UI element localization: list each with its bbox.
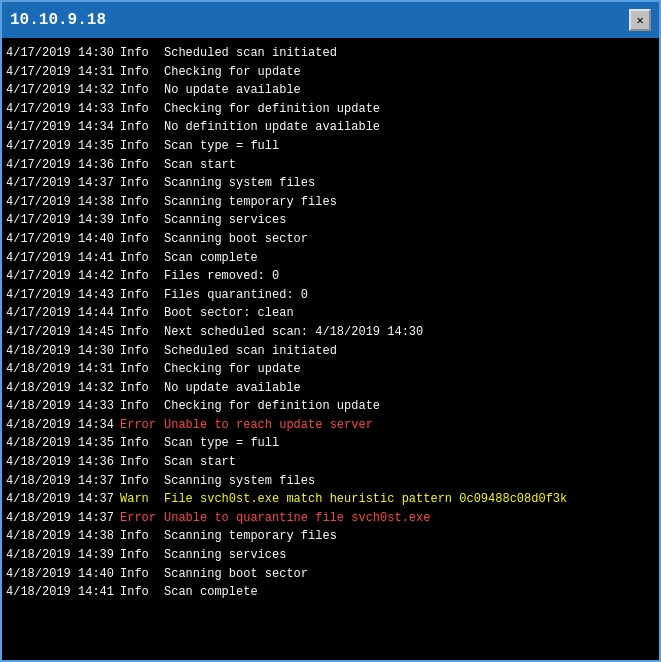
log-date: 4/17/2019 14:44 <box>6 304 116 323</box>
log-message: Scan type = full <box>160 137 279 156</box>
log-date: 4/18/2019 14:37 <box>6 490 116 509</box>
log-date: 4/18/2019 14:37 <box>6 472 116 491</box>
log-date: 4/17/2019 14:37 <box>6 174 116 193</box>
log-message: File svch0st.exe match heuristic pattern… <box>160 490 567 509</box>
log-container[interactable]: 4/17/2019 14:30InfoScheduled scan initia… <box>2 38 659 660</box>
log-date: 4/17/2019 14:31 <box>6 63 116 82</box>
log-date: 4/18/2019 14:32 <box>6 379 116 398</box>
log-date: 4/18/2019 14:41 <box>6 583 116 602</box>
log-level: Info <box>116 267 160 286</box>
log-message: No update available <box>160 379 301 398</box>
log-line: 4/17/2019 14:44InfoBoot sector: clean <box>6 304 655 323</box>
log-message: Checking for update <box>160 63 301 82</box>
log-level: Info <box>116 304 160 323</box>
log-date: 4/17/2019 14:32 <box>6 81 116 100</box>
log-line: 4/17/2019 14:30InfoScheduled scan initia… <box>6 44 655 63</box>
log-message: No definition update available <box>160 118 380 137</box>
title-bar: 10.10.9.18 ✕ <box>2 2 659 38</box>
log-message: Unable to quarantine file svch0st.exe <box>160 509 430 528</box>
log-line: 4/18/2019 14:30InfoScheduled scan initia… <box>6 342 655 361</box>
log-line: 4/18/2019 14:31InfoChecking for update <box>6 360 655 379</box>
log-message: Scanning boot sector <box>160 230 308 249</box>
log-date: 4/18/2019 14:39 <box>6 546 116 565</box>
log-line: 4/18/2019 14:37ErrorUnable to quarantine… <box>6 509 655 528</box>
log-line: 4/18/2019 14:36InfoScan start <box>6 453 655 472</box>
log-message: Scheduled scan initiated <box>160 44 337 63</box>
log-date: 4/18/2019 14:35 <box>6 434 116 453</box>
log-date: 4/18/2019 14:37 <box>6 509 116 528</box>
log-level: Info <box>116 44 160 63</box>
log-line: 4/17/2019 14:35InfoScan type = full <box>6 137 655 156</box>
log-date: 4/17/2019 14:40 <box>6 230 116 249</box>
log-message: Scan start <box>160 453 236 472</box>
log-level: Info <box>116 156 160 175</box>
log-date: 4/17/2019 14:45 <box>6 323 116 342</box>
log-line: 4/17/2019 14:43InfoFiles quarantined: 0 <box>6 286 655 305</box>
log-message: Scanning temporary files <box>160 527 337 546</box>
log-date: 4/18/2019 14:40 <box>6 565 116 584</box>
log-message: Boot sector: clean <box>160 304 294 323</box>
log-level: Info <box>116 565 160 584</box>
log-line: 4/17/2019 14:45InfoNext scheduled scan: … <box>6 323 655 342</box>
log-line: 4/18/2019 14:32InfoNo update available <box>6 379 655 398</box>
log-line: 4/17/2019 14:40InfoScanning boot sector <box>6 230 655 249</box>
log-line: 4/18/2019 14:39InfoScanning services <box>6 546 655 565</box>
log-message: Checking for definition update <box>160 397 380 416</box>
log-level: Info <box>116 81 160 100</box>
log-level: Info <box>116 472 160 491</box>
log-line: 4/17/2019 14:32InfoNo update available <box>6 81 655 100</box>
log-level: Info <box>116 527 160 546</box>
log-message: Scheduled scan initiated <box>160 342 337 361</box>
content-area: 4/17/2019 14:30InfoScheduled scan initia… <box>2 38 659 660</box>
log-level: Info <box>116 63 160 82</box>
log-level: Info <box>116 286 160 305</box>
log-level: Info <box>116 434 160 453</box>
log-line: 4/18/2019 14:37WarnFile svch0st.exe matc… <box>6 490 655 509</box>
log-level: Info <box>116 342 160 361</box>
log-level: Info <box>116 583 160 602</box>
log-date: 4/18/2019 14:31 <box>6 360 116 379</box>
log-line: 4/17/2019 14:39InfoScanning services <box>6 211 655 230</box>
log-level: Info <box>116 100 160 119</box>
log-date: 4/18/2019 14:38 <box>6 527 116 546</box>
log-level: Info <box>116 379 160 398</box>
log-level: Info <box>116 249 160 268</box>
log-line: 4/17/2019 14:38InfoScanning temporary fi… <box>6 193 655 212</box>
log-level: Error <box>116 509 160 528</box>
log-message: Scan complete <box>160 583 258 602</box>
log-date: 4/17/2019 14:33 <box>6 100 116 119</box>
log-line: 4/17/2019 14:33InfoChecking for definiti… <box>6 100 655 119</box>
log-line: 4/18/2019 14:35InfoScan type = full <box>6 434 655 453</box>
log-date: 4/18/2019 14:36 <box>6 453 116 472</box>
log-line: 4/17/2019 14:42InfoFiles removed: 0 <box>6 267 655 286</box>
log-message: Files removed: 0 <box>160 267 279 286</box>
close-button[interactable]: ✕ <box>629 9 651 31</box>
log-date: 4/17/2019 14:35 <box>6 137 116 156</box>
log-message: Unable to reach update server <box>160 416 373 435</box>
log-message: Scan start <box>160 156 236 175</box>
log-date: 4/18/2019 14:33 <box>6 397 116 416</box>
log-date: 4/18/2019 14:34 <box>6 416 116 435</box>
log-date: 4/17/2019 14:42 <box>6 267 116 286</box>
log-level: Info <box>116 174 160 193</box>
log-line: 4/17/2019 14:31InfoChecking for update <box>6 63 655 82</box>
log-message: Files quarantined: 0 <box>160 286 308 305</box>
log-line: 4/18/2019 14:41InfoScan complete <box>6 583 655 602</box>
log-level: Warn <box>116 490 160 509</box>
log-level: Info <box>116 360 160 379</box>
log-level: Info <box>116 453 160 472</box>
log-level: Info <box>116 118 160 137</box>
log-message: Scan complete <box>160 249 258 268</box>
log-level: Info <box>116 230 160 249</box>
log-line: 4/18/2019 14:38InfoScanning temporary fi… <box>6 527 655 546</box>
log-message: Scan type = full <box>160 434 279 453</box>
log-level: Info <box>116 397 160 416</box>
log-line: 4/18/2019 14:34ErrorUnable to reach upda… <box>6 416 655 435</box>
log-level: Info <box>116 546 160 565</box>
log-message: Scanning system files <box>160 472 315 491</box>
log-date: 4/18/2019 14:30 <box>6 342 116 361</box>
log-line: 4/18/2019 14:40InfoScanning boot sector <box>6 565 655 584</box>
log-message: Scanning services <box>160 211 286 230</box>
log-message: Scanning services <box>160 546 286 565</box>
log-level: Info <box>116 137 160 156</box>
